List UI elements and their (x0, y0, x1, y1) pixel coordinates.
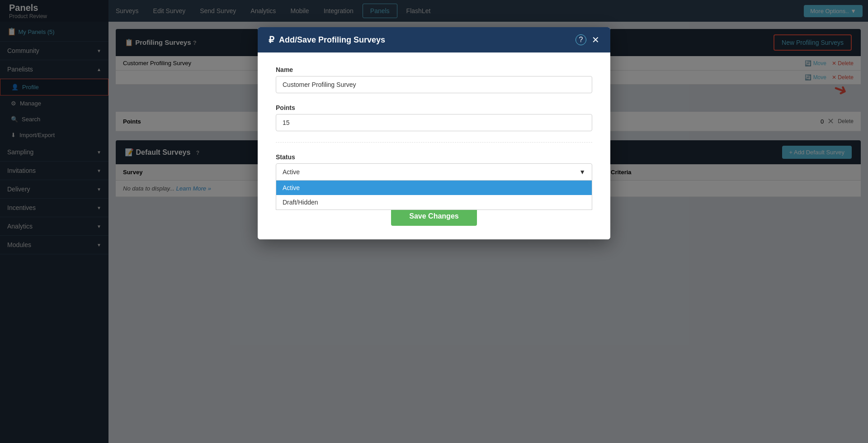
modal-backdrop: ₽ Add/Save Profiling Surveys ? ✕ Name Po… (0, 0, 868, 443)
form-group-name: Name (276, 66, 592, 93)
points-label: Points (276, 104, 592, 111)
form-divider (276, 142, 592, 143)
status-wrapper: Active ▼ Active Draft/Hidden (276, 163, 592, 181)
status-dropdown-options: Active Draft/Hidden (276, 181, 592, 210)
status-current-value: Active (283, 168, 300, 176)
status-select-display[interactable]: Active ▼ (276, 163, 592, 181)
points-input[interactable] (276, 114, 592, 131)
modal-header-right: ? ✕ (576, 34, 599, 45)
name-label: Name (276, 66, 592, 73)
status-option-draft[interactable]: Draft/Hidden (276, 195, 592, 210)
name-input[interactable] (276, 76, 592, 93)
modal-title: Add/Save Profiling Surveys (279, 35, 385, 45)
modal-title-icon: ₽ (269, 34, 274, 45)
modal-header-left: ₽ Add/Save Profiling Surveys (269, 34, 385, 45)
form-group-points: Points (276, 104, 592, 131)
status-dropdown-chevron-icon: ▼ (579, 168, 585, 176)
modal-body: Name Points Status Active ▼ Active (258, 52, 610, 202)
modal-help-button[interactable]: ? (576, 34, 586, 45)
status-option-active[interactable]: Active (276, 181, 592, 195)
modal-close-button[interactable]: ✕ (592, 35, 599, 44)
status-label: Status (276, 153, 592, 161)
modal-header: ₽ Add/Save Profiling Surveys ? ✕ (258, 27, 610, 52)
form-group-status: Status Active ▼ Active Draft/Hidden (276, 153, 592, 181)
modal-dialog: ₽ Add/Save Profiling Surveys ? ✕ Name Po… (258, 27, 610, 239)
